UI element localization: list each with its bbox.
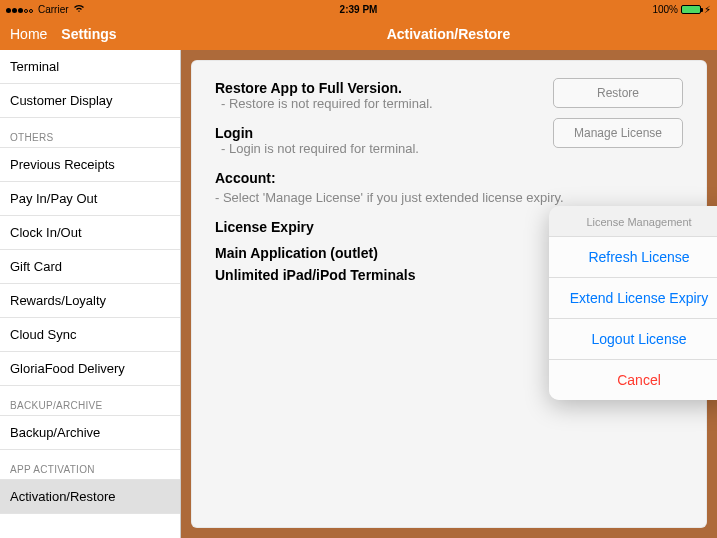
main-area: Restore Manage License Restore App to Fu… [181, 50, 717, 538]
main-app-label: Main Application (outlet) [215, 245, 378, 261]
sidebar-item-activation-restore[interactable]: Activation/Restore [0, 480, 180, 514]
sidebar-item-backup-archive[interactable]: Backup/Archive [0, 416, 180, 450]
sidebar-item-gloriafood[interactable]: GloriaFood Delivery [0, 352, 180, 386]
sidebar-item-clock-in-out[interactable]: Clock In/Out [0, 216, 180, 250]
nav-home-button[interactable]: Home [10, 26, 47, 42]
signal-dots-icon [6, 4, 34, 15]
battery-icon [681, 5, 701, 14]
popover-title: License Management [549, 206, 717, 236]
nav-bar: Home Settings Activation/Restore [0, 18, 717, 50]
manage-license-button[interactable]: Manage License [553, 118, 683, 148]
popover-cancel[interactable]: Cancel [549, 359, 717, 400]
page-title: Activation/Restore [387, 26, 511, 42]
license-popover: License Management Refresh License Exten… [549, 206, 717, 400]
sidebar-item-customer-display[interactable]: Customer Display [0, 84, 180, 118]
charging-icon: ⚡︎ [704, 4, 711, 15]
sidebar-header-others: OTHERS [0, 118, 180, 148]
restore-button[interactable]: Restore [553, 78, 683, 108]
sidebar-item-pay-in-out[interactable]: Pay In/Pay Out [0, 182, 180, 216]
sidebar-item-terminal[interactable]: Terminal [0, 50, 180, 84]
sidebar: Terminal Customer Display OTHERS Previou… [0, 50, 181, 538]
sidebar-item-rewards-loyalty[interactable]: Rewards/Loyalty [0, 284, 180, 318]
wifi-icon [73, 3, 85, 15]
status-time: 2:39 PM [340, 4, 378, 15]
popover-extend-expiry[interactable]: Extend License Expiry [549, 277, 717, 318]
nav-settings-title: Settings [61, 26, 116, 42]
status-bar: Carrier 2:39 PM 100% ⚡︎ [0, 0, 717, 18]
battery-percent: 100% [652, 4, 678, 15]
sidebar-item-cloud-sync[interactable]: Cloud Sync [0, 318, 180, 352]
sidebar-header-backup: BACKUP/ARCHIVE [0, 386, 180, 416]
sidebar-item-gift-card[interactable]: Gift Card [0, 250, 180, 284]
popover-refresh-license[interactable]: Refresh License [549, 236, 717, 277]
account-heading: Account: [215, 170, 683, 186]
popover-logout-license[interactable]: Logout License [549, 318, 717, 359]
unlimited-label: Unlimited iPad/iPod Terminals [215, 267, 415, 283]
sidebar-header-activation: APP ACTIVATION [0, 450, 180, 480]
account-subtext: - Select 'Manage License' if you just ex… [215, 190, 683, 205]
sidebar-item-previous-receipts[interactable]: Previous Receipts [0, 148, 180, 182]
carrier-label: Carrier [38, 4, 69, 15]
